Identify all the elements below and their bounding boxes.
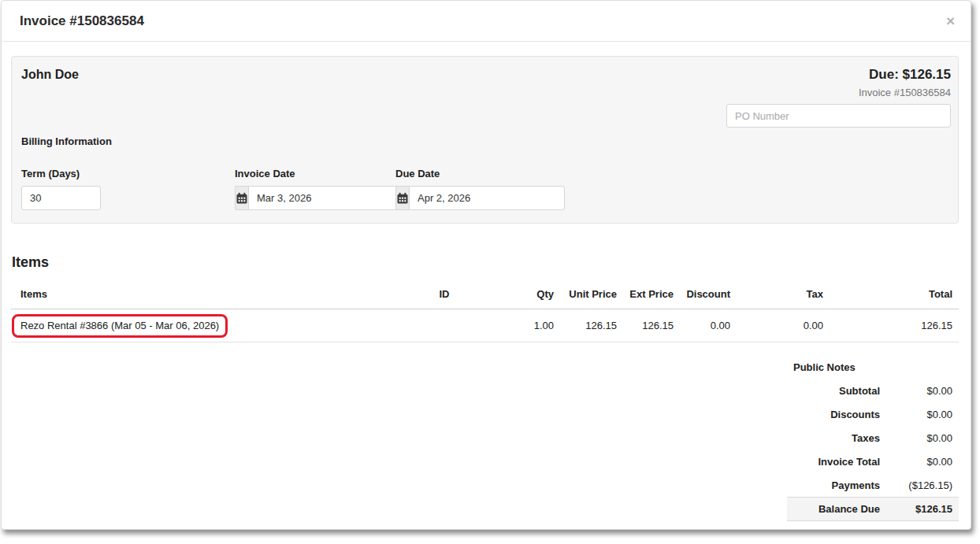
term-days-input[interactable] <box>21 186 101 210</box>
customer-name: John Doe <box>21 67 79 82</box>
items-table-header-row: Items ID Qty Unit Price Ext Price Discou… <box>11 279 959 309</box>
table-row[interactable]: Rezo Rental #3866 (Mar 05 - Mar 06, 2026… <box>11 309 959 342</box>
highlight-annotation-box: Rezo Rental #3866 (Mar 05 - Mar 06, 2026… <box>12 314 228 338</box>
summary-row-discounts: Discounts $0.00 <box>787 402 959 426</box>
subtotal-label: Subtotal <box>793 385 880 397</box>
calendar-icon <box>236 192 248 205</box>
discounts-value: $0.00 <box>880 409 952 420</box>
column-header-id: ID <box>385 279 503 309</box>
item-id <box>385 309 503 342</box>
summary-row-invoice-total: Invoice Total $0.00 <box>787 450 959 473</box>
items-table: Items ID Qty Unit Price Ext Price Discou… <box>11 279 959 342</box>
subtotal-value: $0.00 <box>880 385 952 397</box>
column-header-qty: Qty <box>503 279 560 309</box>
invoice-summary: Public Notes Subtotal $0.00 Discounts $0… <box>787 355 959 521</box>
modal-title: Invoice #150836584 <box>20 13 144 29</box>
item-qty: 1.00 <box>503 309 560 342</box>
balance-due-value: $126.15 <box>880 503 952 515</box>
modal-header: Invoice #150836584 × <box>2 1 971 42</box>
summary-row-taxes: Taxes $0.00 <box>787 426 959 450</box>
balance-due-label: Balance Due <box>793 503 880 515</box>
column-header-unit-price: Unit Price <box>560 279 623 309</box>
due-date-calendar-button[interactable] <box>395 186 409 210</box>
due-date-label: Due Date <box>395 168 551 179</box>
invoice-date-label: Invoice Date <box>235 168 391 179</box>
column-header-discount: Discount <box>680 279 737 309</box>
public-notes-label[interactable]: Public Notes <box>793 361 880 373</box>
taxes-value: $0.00 <box>880 432 952 444</box>
item-ext-price: 126.15 <box>623 309 680 342</box>
billing-information-label: Billing Information <box>21 135 951 147</box>
item-unit-price: 126.15 <box>560 309 623 342</box>
column-header-tax: Tax <box>737 279 830 309</box>
invoice-total-label: Invoice Total <box>793 456 880 468</box>
invoice-total-value: $0.00 <box>880 456 952 468</box>
summary-row-subtotal: Subtotal $0.00 <box>787 379 959 402</box>
discounts-label: Discounts <box>793 409 880 420</box>
item-discount: 0.00 <box>680 309 737 342</box>
column-header-ext-price: Ext Price <box>623 279 680 309</box>
calendar-icon <box>396 192 409 205</box>
term-days-label: Term (Days) <box>21 168 235 179</box>
modal-content: John Doe Due: $126.15 Invoice #150836584… <box>2 42 971 521</box>
item-tax: 0.00 <box>737 309 830 342</box>
close-icon[interactable]: × <box>946 13 955 28</box>
payments-label: Payments <box>793 479 880 491</box>
po-number-input[interactable] <box>726 104 951 128</box>
item-total: 126.15 <box>830 309 959 342</box>
items-section-heading: Items <box>12 254 959 271</box>
invoice-number: Invoice #150836584 <box>859 87 951 98</box>
due-date-input[interactable] <box>409 186 565 210</box>
taxes-label: Taxes <box>793 432 880 444</box>
invoice-modal: Invoice #150836584 × John Doe Due: $126.… <box>1 0 971 530</box>
billing-panel: John Doe Due: $126.15 Invoice #150836584… <box>11 56 959 224</box>
invoice-date-calendar-button[interactable] <box>235 186 248 210</box>
payments-value: ($126.15) <box>880 479 952 491</box>
summary-row-balance-due: Balance Due $126.15 <box>787 497 959 521</box>
item-name: Rezo Rental #3866 (Mar 05 - Mar 06, 2026… <box>20 320 219 331</box>
summary-row-payments: Payments ($126.15) <box>787 473 959 497</box>
column-header-items: Items <box>11 279 385 309</box>
due-amount: Due: $126.15 <box>869 67 951 83</box>
invoice-date-input[interactable] <box>248 186 404 210</box>
column-header-total: Total <box>830 279 959 309</box>
